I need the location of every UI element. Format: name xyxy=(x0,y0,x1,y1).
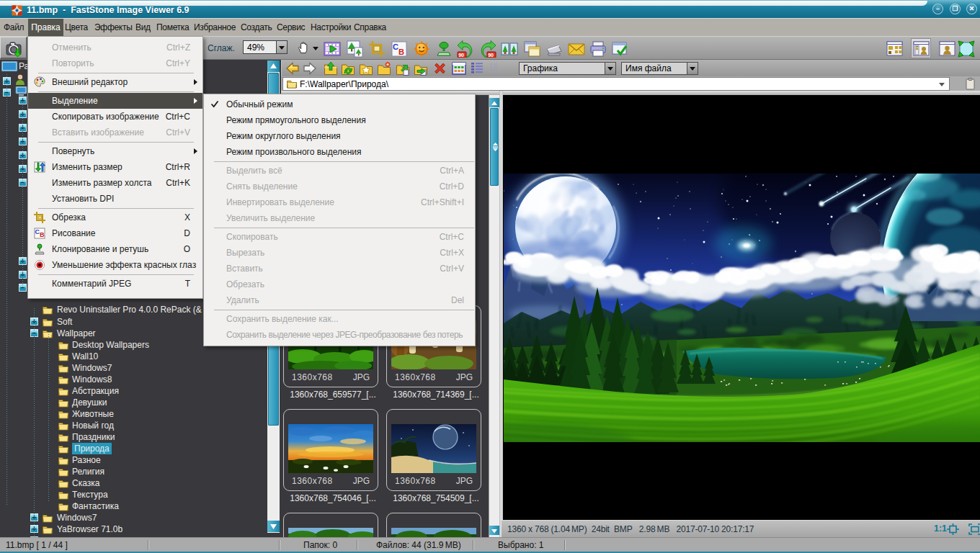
svg-text:B: B xyxy=(40,231,45,238)
svg-text:C: C xyxy=(393,42,398,51)
svg-text:B: B xyxy=(398,48,404,56)
svg-text:90: 90 xyxy=(458,53,464,58)
svg-text:90: 90 xyxy=(488,53,494,58)
